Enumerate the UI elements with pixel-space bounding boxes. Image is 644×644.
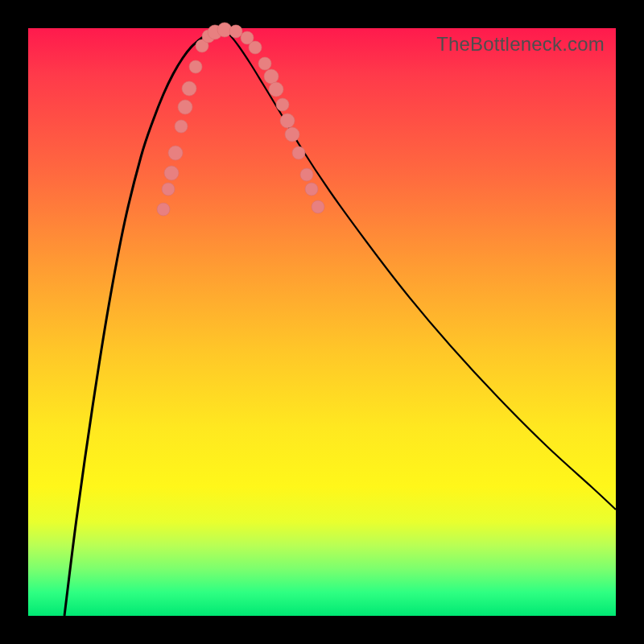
data-point-marker bbox=[229, 25, 242, 38]
bottleneck-curve-left bbox=[64, 28, 221, 616]
data-point-marker bbox=[157, 203, 170, 216]
data-point-marker bbox=[258, 57, 271, 70]
data-point-marker bbox=[300, 168, 313, 181]
plot-area: TheBottleneck.com bbox=[28, 28, 616, 616]
data-point-markers bbox=[157, 23, 324, 216]
data-point-marker bbox=[175, 120, 188, 133]
data-point-marker bbox=[182, 81, 196, 96]
curve-layer bbox=[28, 28, 616, 616]
data-point-marker bbox=[189, 60, 202, 73]
data-point-marker bbox=[249, 41, 262, 54]
data-point-marker bbox=[269, 82, 283, 97]
data-point-marker bbox=[276, 98, 289, 111]
data-point-marker bbox=[162, 183, 175, 196]
data-point-marker bbox=[168, 146, 183, 160]
data-point-marker bbox=[178, 100, 192, 114]
data-point-marker bbox=[164, 166, 179, 180]
data-point-marker bbox=[264, 69, 279, 84]
data-point-marker bbox=[312, 200, 324, 213]
data-point-marker bbox=[285, 127, 299, 142]
data-point-marker bbox=[305, 183, 318, 196]
data-point-marker bbox=[292, 147, 305, 159]
data-point-marker bbox=[280, 114, 295, 128]
chart-frame: TheBottleneck.com bbox=[0, 0, 644, 644]
